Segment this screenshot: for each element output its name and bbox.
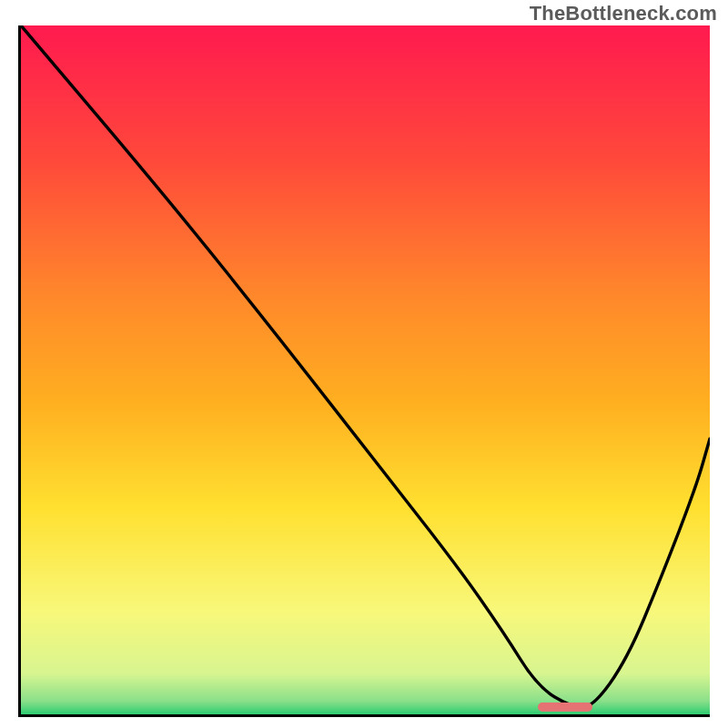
chart-plot-area	[18, 25, 710, 717]
gradient-band	[21, 163, 710, 301]
gradient-band	[21, 404, 710, 508]
gradient-band	[21, 25, 710, 164]
optimum-marker	[538, 703, 593, 712]
gradient-band	[21, 508, 710, 612]
gradient-band	[21, 701, 710, 715]
gradient-band	[21, 673, 710, 702]
gradient-band	[21, 301, 710, 405]
watermark-text: TheBottleneck.com	[530, 2, 717, 25]
gradient-band	[21, 611, 710, 673]
